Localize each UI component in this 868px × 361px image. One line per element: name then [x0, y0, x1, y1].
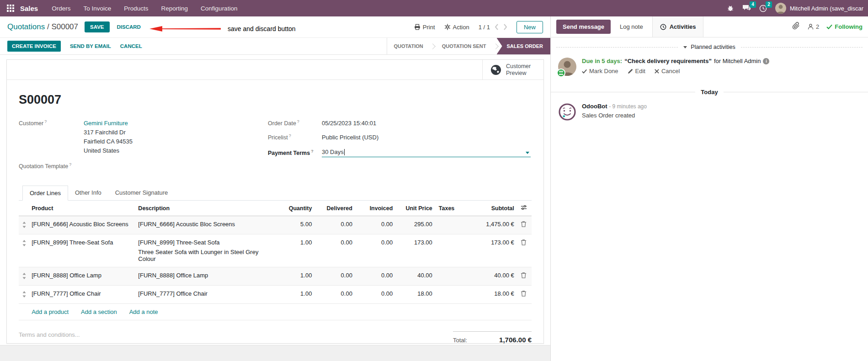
optional-columns-icon[interactable]: [521, 205, 527, 212]
print-button[interactable]: Print: [414, 24, 435, 31]
add-a-section-link[interactable]: Add a section: [81, 308, 117, 315]
cell-product[interactable]: [FURN_6666] Acoustic Bloc Screens: [30, 216, 136, 234]
cell-taxes[interactable]: [434, 234, 463, 267]
cancel-activity-button[interactable]: Cancel: [655, 68, 680, 74]
cell-quantity[interactable]: 1.00: [275, 267, 314, 286]
col-invoiced[interactable]: Invoiced: [354, 201, 394, 216]
delete-line-icon[interactable]: [516, 234, 532, 267]
cell-invoiced[interactable]: 0.00: [354, 267, 394, 286]
cell-description[interactable]: [FURN_7777] Office Chair: [136, 286, 275, 304]
add-a-note-link[interactable]: Add a note: [129, 308, 158, 315]
cell-delivered[interactable]: 0.00: [314, 234, 354, 267]
cell-unit-price[interactable]: 295.00: [394, 216, 434, 234]
drag-handle-icon[interactable]: [19, 234, 30, 267]
menu-configuration[interactable]: Configuration: [201, 5, 237, 12]
followers-button[interactable]: 2: [807, 23, 819, 30]
col-quantity[interactable]: Quantity: [275, 201, 314, 216]
cell-quantity[interactable]: 1.00: [275, 286, 314, 304]
menu-orders[interactable]: Orders: [52, 5, 70, 12]
customer-link[interactable]: Gemini Furniture: [84, 119, 133, 128]
cell-quantity[interactable]: 5.00: [275, 216, 314, 234]
planned-activities-toggle[interactable]: Planned activities: [678, 44, 740, 50]
cell-product[interactable]: [FURN_8999] Three-Seat Sofa: [30, 234, 136, 267]
col-delivered[interactable]: Delivered: [314, 201, 354, 216]
following-button[interactable]: Following: [826, 23, 863, 30]
tab-other-info[interactable]: Other Info: [68, 186, 108, 201]
cell-invoiced[interactable]: 0.00: [354, 234, 394, 267]
user-menu[interactable]: Mitchell Admin (save_discar: [775, 3, 863, 14]
mark-done-button[interactable]: Mark Done: [582, 68, 618, 74]
delete-line-icon[interactable]: [516, 286, 532, 304]
app-name[interactable]: Sales: [20, 5, 38, 12]
cell-delivered[interactable]: 0.00: [314, 267, 354, 286]
message-author[interactable]: OdooBot: [582, 103, 607, 110]
cell-delivered[interactable]: 0.00: [314, 216, 354, 234]
menu-to-invoice[interactable]: To Invoice: [83, 5, 111, 12]
cell-product[interactable]: [FURN_7777] Office Chair: [30, 286, 136, 304]
info-icon[interactable]: i: [763, 58, 769, 64]
cell-taxes[interactable]: [434, 286, 463, 304]
cell-unit-price[interactable]: 18.00: [394, 286, 434, 304]
cell-description[interactable]: [FURN_6666] Acoustic Bloc Screens: [136, 216, 275, 234]
order-line-row[interactable]: [FURN_8888] Office Lamp [FURN_8888] Offi…: [19, 267, 532, 286]
order-line-row[interactable]: [FURN_8999] Three-Seat Sofa [FURN_8999] …: [19, 234, 532, 267]
menu-products[interactable]: Products: [124, 5, 148, 12]
breadcrumb-quotations[interactable]: Quotations: [7, 22, 45, 31]
cell-taxes[interactable]: [434, 267, 463, 286]
terms-and-conditions-field[interactable]: Terms and conditions...: [19, 331, 80, 344]
col-taxes[interactable]: Taxes: [434, 201, 463, 216]
col-product[interactable]: Product: [30, 201, 136, 216]
messages-icon[interactable]: 4: [742, 5, 751, 12]
send-by-email-button[interactable]: SEND BY EMAIL: [70, 43, 111, 49]
cell-description[interactable]: [FURN_8999] Three-Seat SofaThree Seater …: [136, 234, 275, 267]
stage-quotation[interactable]: QUOTATION: [387, 43, 429, 49]
stage-sales-order[interactable]: SALES ORDER: [497, 38, 550, 54]
debug-bug-icon[interactable]: [727, 5, 734, 12]
menu-reporting[interactable]: Reporting: [161, 5, 188, 12]
create-invoice-button[interactable]: CREATE INVOICE: [7, 41, 61, 52]
apps-grid-icon[interactable]: [6, 4, 15, 12]
cell-unit-price[interactable]: 173.00: [394, 234, 434, 267]
tab-customer-signature[interactable]: Customer Signature: [108, 186, 175, 201]
cell-product[interactable]: [FURN_8888] Office Lamp: [30, 267, 136, 286]
cell-delivered[interactable]: 0.00: [314, 286, 354, 304]
pricelist-value[interactable]: Public Pricelist (USD): [322, 133, 378, 142]
cell-unit-price[interactable]: 40.00: [394, 267, 434, 286]
tab-order-lines[interactable]: Order Lines: [22, 186, 68, 201]
cell-description[interactable]: [FURN_8888] Office Lamp: [136, 267, 275, 286]
col-subtotal[interactable]: Subtotal: [463, 201, 516, 216]
col-unit-price[interactable]: Unit Price: [394, 201, 434, 216]
action-button[interactable]: Action: [444, 24, 469, 31]
attach-files-button[interactable]: [792, 22, 800, 32]
order-line-row[interactable]: [FURN_7777] Office Chair [FURN_7777] Off…: [19, 286, 532, 304]
drag-handle-icon[interactable]: [19, 267, 30, 286]
activities-clock-icon[interactable]: 2: [759, 5, 767, 12]
dropdown-caret-icon[interactable]: [526, 152, 529, 154]
log-note-button[interactable]: Log note: [620, 23, 643, 30]
add-a-product-link[interactable]: Add a product: [32, 308, 69, 315]
save-button[interactable]: SAVE: [85, 21, 109, 32]
delete-line-icon[interactable]: [516, 216, 532, 234]
delete-line-icon[interactable]: [516, 267, 532, 286]
drag-handle-icon[interactable]: [19, 286, 30, 304]
discard-button[interactable]: DISCARD: [117, 24, 141, 30]
cell-invoiced[interactable]: 0.00: [354, 286, 394, 304]
drag-handle-icon[interactable]: [19, 216, 30, 234]
edit-activity-button[interactable]: Edit: [628, 68, 645, 74]
pager-prev-icon[interactable]: [495, 24, 499, 30]
send-message-button[interactable]: Send message: [556, 20, 611, 34]
customer-preview-button[interactable]: Customer Preview: [482, 60, 543, 80]
cancel-button[interactable]: CANCEL: [120, 43, 142, 49]
stage-quotation-sent[interactable]: QUOTATION SENT: [436, 43, 493, 49]
cell-taxes[interactable]: [434, 216, 463, 234]
pager-next-icon[interactable]: [503, 24, 507, 30]
payment-terms-input[interactable]: 30 Days: [322, 149, 531, 157]
new-button[interactable]: New: [517, 21, 543, 33]
order-line-row[interactable]: [FURN_6666] Acoustic Bloc Screens [FURN_…: [19, 216, 532, 234]
order-date-value[interactable]: 05/25/2023 15:40:01: [322, 119, 376, 128]
cell-invoiced[interactable]: 0.00: [354, 216, 394, 234]
order-date-label: Order Date?: [268, 119, 322, 128]
cell-quantity[interactable]: 1.00: [275, 234, 314, 267]
activities-tab[interactable]: Activities: [652, 16, 704, 37]
col-description[interactable]: Description: [136, 201, 275, 216]
